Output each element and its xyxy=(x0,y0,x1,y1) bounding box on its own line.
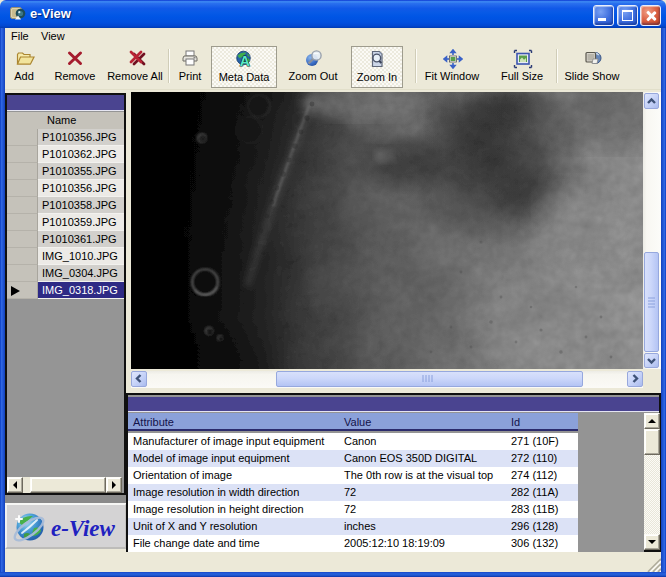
svg-text:A: A xyxy=(240,53,250,69)
